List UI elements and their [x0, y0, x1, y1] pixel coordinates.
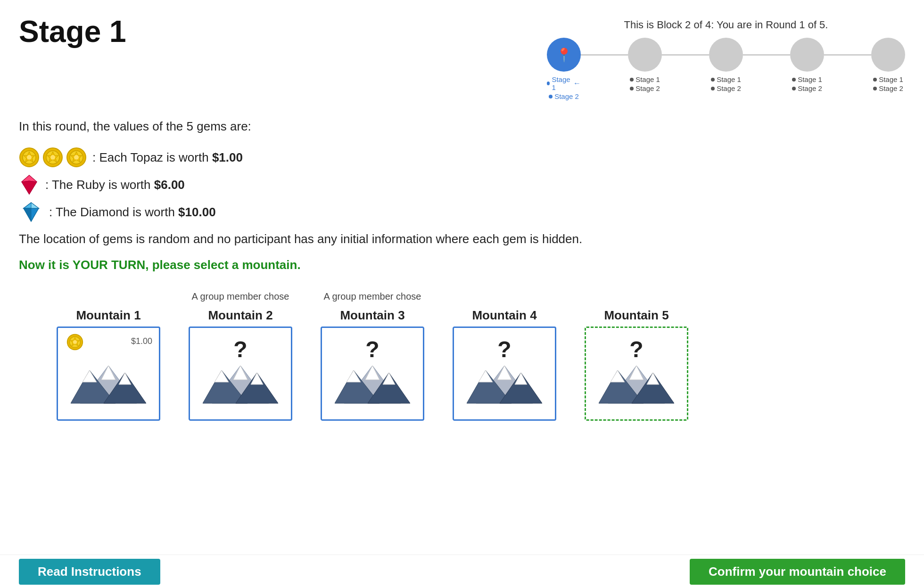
svg-marker-32: [214, 370, 229, 382]
location-text: The location of gems is random and no pa…: [19, 232, 905, 246]
step-2-labels: Stage 1 Stage 2: [628, 75, 662, 92]
mountain-4-label: Mountain 4: [472, 308, 536, 323]
diamond-icon: [19, 202, 43, 222]
dot-s5-stage1: [873, 78, 877, 82]
step1-stage1-label: Stage 1: [552, 75, 571, 91]
step5-stage1-label: Stage 1: [879, 75, 903, 83]
svg-marker-38: [346, 370, 361, 382]
mountain-4-box[interactable]: ?: [453, 327, 556, 421]
dot-s1-stage2: [549, 95, 553, 98]
svg-point-7: [50, 155, 55, 160]
dot-s5-stage2: [873, 87, 877, 90]
mountain-3-question: ?: [365, 336, 379, 362]
stage-title: Stage 1: [19, 14, 126, 49]
mountain-5-box[interactable]: ?: [585, 327, 688, 421]
step-4-circle: [790, 38, 824, 72]
svg-marker-14: [22, 181, 37, 194]
svg-point-3: [27, 155, 32, 160]
mountain-2-svg: [203, 356, 278, 413]
svg-marker-17: [31, 203, 39, 208]
svg-point-11: [74, 155, 79, 160]
mountain-3-svg: [335, 356, 410, 413]
mountain-5-item[interactable]: Mountain 5 ?: [585, 291, 688, 421]
diamond-text: : The Diamond is worth $10.00: [49, 205, 216, 220]
mountain-4-question: ?: [497, 336, 511, 362]
step-line-3: [743, 54, 790, 56]
topaz-icon-2: [42, 147, 63, 168]
progress-section: This is Block 2 of 4: You are in Round 1…: [547, 14, 905, 100]
step-labels: Stage 1 ← Stage 2 Stage 1: [547, 75, 905, 100]
svg-marker-26: [82, 370, 97, 382]
mountain-1-box[interactable]: $1.00: [57, 327, 160, 421]
step3-stage1-label: Stage 1: [717, 75, 741, 83]
topaz-icon-1: [19, 147, 40, 168]
your-turn-text: Now it is YOUR TURN, please select a mou…: [19, 258, 905, 272]
step4-stage1-label: Stage 1: [798, 75, 822, 83]
header-row: Stage 1 This is Block 2 of 4: You are in…: [19, 14, 905, 100]
step-1-labels: Stage 1 ← Stage 2: [547, 75, 581, 100]
pin-icon: 📍: [556, 47, 572, 63]
read-instructions-button[interactable]: Read Instructions: [19, 559, 160, 585]
mountain-1-value: $1.00: [131, 336, 152, 346]
gem-topaz-row: : Each Topaz is worth $1.00: [19, 147, 905, 168]
main-content: Stage 1 This is Block 2 of 4: You are in…: [0, 0, 924, 506]
step4-stage2-label: Stage 2: [798, 84, 822, 92]
step-line-2: [662, 54, 709, 56]
mountain-2-sublabel: A group member chose: [192, 291, 289, 304]
step2-stage1-label: Stage 1: [635, 75, 660, 83]
block-info: This is Block 2 of 4: You are in Round 1…: [624, 19, 828, 31]
dot-s3-stage1: [711, 78, 715, 82]
svg-marker-44: [478, 370, 493, 382]
mountain-4-item[interactable]: Mountain 4 ?: [453, 291, 556, 421]
dot-s4-stage1: [792, 78, 796, 82]
mountain-3-label: Mountain 3: [340, 308, 404, 323]
mountain-5-question: ?: [629, 336, 643, 362]
step-4-labels: Stage 1 Stage 2: [790, 75, 824, 92]
mountain-3-box[interactable]: ?: [321, 327, 424, 421]
step-line-4: [824, 54, 871, 56]
step-3-circle: [709, 38, 743, 72]
ruby-icons: [19, 174, 40, 195]
mountain-1-svg: [71, 356, 146, 413]
topaz-icons: [19, 147, 87, 168]
gem-diamond-row: : The Diamond is worth $10.00: [19, 202, 905, 222]
dot-s3-stage2: [711, 87, 715, 90]
topaz-icon-3: [66, 147, 87, 168]
step-5-labels: Stage 1 Stage 2: [871, 75, 905, 92]
step-line-1: [581, 54, 628, 56]
mountain-1-gem-icon: [66, 334, 83, 352]
step1-stage2-label: Stage 2: [554, 92, 579, 100]
dot-s1-stage1: [547, 82, 550, 85]
mountain-2-item[interactable]: A group member chose Mountain 2 ?: [189, 291, 292, 421]
svg-point-22: [73, 340, 77, 344]
step3-stage2-label: Stage 2: [717, 84, 741, 92]
progress-steps: 📍: [547, 38, 905, 72]
dot-s2-stage1: [630, 78, 634, 82]
mountain-1-label: Mountain 1: [76, 308, 140, 323]
mountain-5-label: Mountain 5: [604, 308, 668, 323]
mountain-2-label: Mountain 2: [208, 308, 272, 323]
diamond-icons: [19, 202, 43, 222]
step-2-circle: [628, 38, 662, 72]
mountain-4-svg: [467, 356, 542, 413]
topaz-text: : Each Topaz is worth $1.00: [92, 150, 243, 165]
ruby-icon: [19, 174, 40, 195]
step-3-labels: Stage 1 Stage 2: [709, 75, 743, 92]
dot-s4-stage2: [792, 87, 796, 90]
mountain-3-sublabel: A group member chose: [324, 291, 421, 304]
ruby-text: : The Ruby is worth $6.00: [45, 178, 185, 192]
gem-list: : Each Topaz is worth $1.00 : The Ruby i…: [19, 147, 905, 222]
step5-stage2-label: Stage 2: [879, 84, 903, 92]
step2-stage2-label: Stage 2: [635, 84, 660, 92]
arrow-icon: ←: [573, 79, 581, 88]
bottom-bar: Read Instructions Confirm your mountain …: [0, 555, 924, 588]
step-5-circle: [871, 38, 905, 72]
mountain-2-question: ?: [233, 336, 247, 362]
mountain-1-item[interactable]: Mountain 1 $1.00: [57, 291, 160, 421]
confirm-button[interactable]: Confirm your mountain choice: [690, 559, 905, 585]
mountain-5-svg: [599, 356, 674, 413]
gem-ruby-row: : The Ruby is worth $6.00: [19, 174, 905, 195]
mountain-2-box[interactable]: ?: [189, 327, 292, 421]
svg-marker-50: [610, 370, 625, 382]
mountain-3-item[interactable]: A group member chose Mountain 3 ?: [321, 291, 424, 421]
